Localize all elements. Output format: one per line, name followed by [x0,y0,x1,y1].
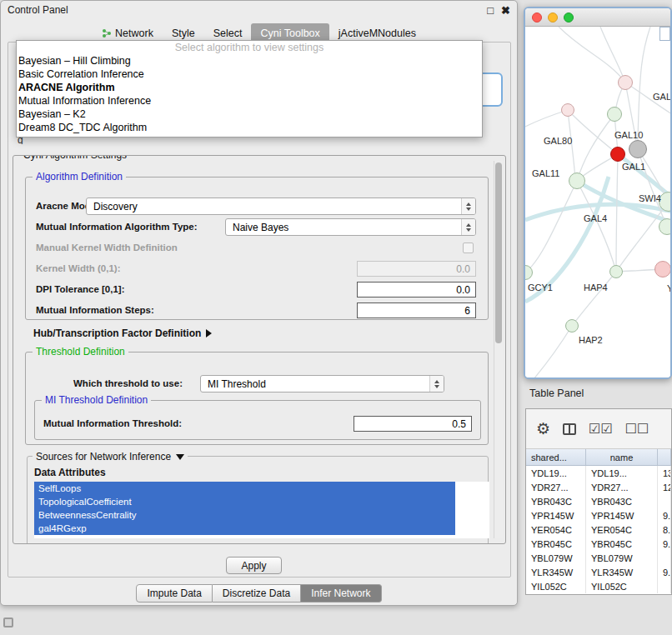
chevron-down-icon [176,454,184,460]
float-window-icon[interactable]: □ [487,5,494,16]
which-threshold-select[interactable]: MI Threshold [200,375,444,392]
network-node[interactable] [659,218,670,235]
mi-threshold-group-title: MI Threshold Definition [42,394,151,406]
network-node[interactable] [618,75,633,90]
tab-style-label: Style [172,28,195,39]
columns-icon[interactable] [563,423,576,435]
node-label: GAL11 [532,168,559,178]
deselect-all-icon[interactable]: ☐☐ [625,422,649,436]
control-panel-window: Control Panel □ ✖ Network Style Select C… [0,0,518,606]
cell: YBR045C [526,537,586,551]
hub-definition-label: Hub/Transcription Factor Definition [33,328,201,339]
algorithm-option[interactable]: Bayesian – K2 [17,108,482,121]
algorithm-option[interactable]: Bayesian – Hill Climbing [17,54,482,68]
table-row[interactable]: YIL052CYIL052C [526,579,671,593]
algorithm-option-selected[interactable]: ARACNE Algorithm [17,81,482,94]
which-threshold-label: Which threshold to use: [73,378,183,388]
select-all-icon[interactable]: ☑☑ [589,422,613,436]
node-label: HAP2 [579,335,603,345]
sources-toggle[interactable]: Sources for Network Inference [33,451,188,462]
cell [658,579,671,593]
close-icon[interactable]: ✖ [501,5,510,16]
cell: 13 [658,466,671,480]
cell: YBL079W [586,551,658,565]
threshold-definition-group: Threshold Definition Which threshold to … [25,352,489,445]
column-header-name[interactable]: name [586,449,658,465]
network-node-red[interactable] [610,147,625,162]
table-row[interactable]: YLR345WYLR345W9. [526,565,671,579]
network-node-gal10[interactable] [629,140,647,158]
manual-kernel-checkbox[interactable] [463,242,474,253]
cell: YDL19... [526,466,586,480]
mi-steps-field[interactable]: 6 [357,302,476,318]
tab-infer-network[interactable]: Infer Network [301,584,381,602]
zoom-traffic-icon[interactable] [564,12,574,22]
table-row[interactable]: YDR27...YDR27...12 [526,480,671,494]
minimize-traffic-icon[interactable] [548,12,558,22]
cell: YLR345W [586,565,658,579]
aracne-mode-select[interactable]: Discovery [86,198,476,215]
data-attributes-list: SelfLoops TopologicalCoefficient Between… [34,482,489,538]
cyni-algorithm-settings-group: Cyni Algorithm Settings Algorithm Defini… [13,155,506,544]
cell: YBR043C [586,494,658,508]
which-threshold-value: MI Threshold [201,378,429,390]
settings-group-title: Cyni Algorithm Settings [20,155,130,161]
cell: YBR045C [586,537,658,551]
threshold-definition-title: Threshold Definition [33,346,128,358]
column-header-shared[interactable]: shared... [526,449,586,465]
kernel-width-field[interactable]: 0.0 [357,261,476,277]
network-node[interactable] [607,107,622,122]
network-node[interactable] [654,261,670,278]
tab-impute-data[interactable]: Impute Data [136,584,212,602]
apply-button[interactable]: Apply [226,557,282,574]
column-header-extra[interactable] [658,449,671,465]
algorithm-option[interactable]: Dream8 DC_TDC Algorithm [17,121,482,134]
table-toolbar: ⚙ ☑☑ ☐☐ [526,409,671,449]
cell: YDR27... [586,480,658,494]
attribute-item[interactable]: BetweennessCentrality [34,508,455,522]
attribute-item[interactable]: TopologicalCoefficient [34,495,455,508]
network-canvas[interactable]: GAL GAL80 GAL10 GAL11 GAL1 SWI4 GAL4 GCY… [525,27,670,379]
network-node[interactable] [561,103,574,117]
algorithm-option[interactable]: Mutual Information Inference [17,94,482,108]
attribute-item[interactable]: gal4RGexp [34,522,455,535]
table-row[interactable]: YBL079WYBL079W [526,551,671,565]
node-label: HAP4 [584,282,608,292]
algorithm-definition-title: Algorithm Definition [33,171,126,182]
gear-icon[interactable]: ⚙ [536,421,550,437]
table-row[interactable]: YBR045CYBR045C9. [526,537,671,551]
dpi-tolerance-field[interactable]: 0.0 [357,282,476,298]
table-row[interactable]: YBR043CYBR043C [526,494,671,508]
settings-scrollbar[interactable] [494,161,503,538]
mi-type-select[interactable]: Naive Bayes [225,218,476,236]
algorithm-option[interactable]: Basic Correlation Inference [17,68,482,81]
close-traffic-icon[interactable] [532,12,542,22]
node-label: GCY1 [528,282,553,292]
cyni-bottom-tabs: Impute Data Discretize Data Infer Networ… [1,584,517,602]
hub-definition-toggle[interactable]: Hub/Transcription Factor Definition [33,328,212,339]
cell [658,551,671,565]
mi-steps-label: Mutual Information Steps: [36,305,154,315]
node-label: GAL [653,92,670,102]
table-panel-window: ⚙ ☑☑ ☐☐ shared... name YDL19...YDL19...1… [525,408,672,595]
table-row[interactable]: YDL19...YDL19...13 [526,466,671,480]
network-window-titlebar [525,8,670,27]
scrollbar-thumb[interactable] [495,162,502,343]
network-node-gal4[interactable] [569,172,585,189]
table-row[interactable]: YER054CYER054C8. [526,522,671,537]
cell: YDR27... [526,480,586,494]
cell: YER054C [586,522,658,537]
cell: YIL052C [586,579,658,593]
network-node-hap2[interactable] [565,319,579,332]
node-label: GAL1 [622,162,645,172]
collapsed-toolbar[interactable] [659,27,670,41]
cell: 9. [658,565,671,579]
dpi-tolerance-label: DPI Tolerance [0,1]: [36,284,125,294]
mi-threshold-field[interactable]: 0.5 [354,416,472,432]
network-node[interactable] [609,265,623,278]
table-row[interactable]: YPR145WYPR145W9. [526,508,671,522]
sources-label: Sources for Network Inference [36,451,171,462]
minimized-window-icon[interactable] [3,618,13,628]
tab-discretize-data[interactable]: Discretize Data [213,584,301,602]
attribute-item[interactable]: SelfLoops [34,482,455,495]
